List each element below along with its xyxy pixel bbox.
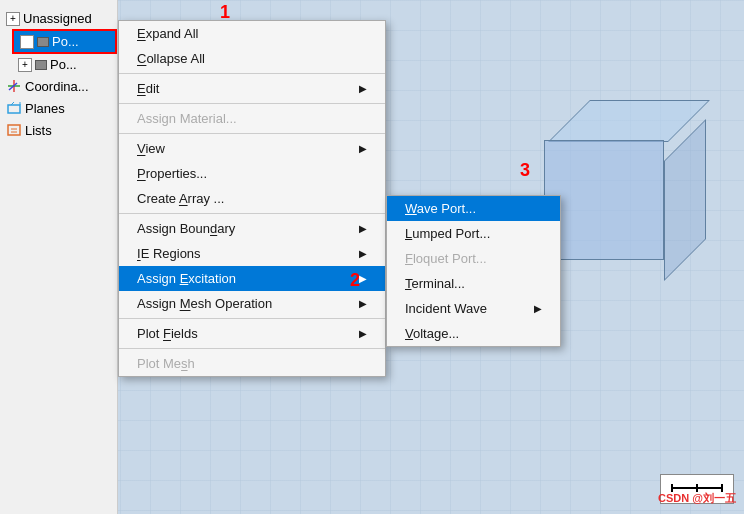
- menu-item-edit[interactable]: Edit ▶: [119, 76, 385, 101]
- sub-menu-item-wave-port[interactable]: Wave Port...: [387, 196, 560, 221]
- submenu-arrow-plot-fields: ▶: [359, 328, 367, 339]
- poly-icon2: [35, 60, 47, 70]
- menu-item-assign-boundary[interactable]: Assign Boundary ▶: [119, 216, 385, 241]
- sub-menu-item-incident-wave[interactable]: Incident Wave ▶: [387, 296, 560, 321]
- menu-label-view: View: [137, 141, 165, 156]
- watermark: CSDN @刘一五: [658, 491, 736, 506]
- svg-rect-6: [8, 125, 20, 135]
- menu-label-ie-regions: IE Regions: [137, 246, 201, 261]
- sub-menu-item-terminal[interactable]: Terminal...: [387, 271, 560, 296]
- menu-item-plot-mesh: Plot Mesh: [119, 351, 385, 376]
- sidebar-label-unassigned: Unassigned: [23, 11, 92, 26]
- menu-label-assign-boundary: Assign Boundary: [137, 221, 235, 236]
- menu-item-assign-mesh[interactable]: Assign Mesh Operation ▶: [119, 291, 385, 316]
- submenu-arrow-view: ▶: [359, 143, 367, 154]
- menu-label-collapse-all: Collapse All: [137, 51, 205, 66]
- menu-item-expand-all[interactable]: Expand All: [119, 21, 385, 46]
- menu-item-plot-fields[interactable]: Plot Fields ▶: [119, 321, 385, 346]
- lists-icon: [6, 122, 22, 138]
- sidebar-item-coordinate[interactable]: Coordina...: [0, 75, 117, 97]
- menu-item-create-array[interactable]: Create Array ...: [119, 186, 385, 211]
- expand-icon-poly1: +: [20, 35, 34, 49]
- sub-context-menu-excitation: Wave Port... Lumped Port... Floquet Port…: [386, 195, 561, 347]
- sub-menu-item-lumped-port[interactable]: Lumped Port...: [387, 221, 560, 246]
- sub-menu-label-voltage: Voltage...: [405, 326, 459, 341]
- sub-menu-item-voltage[interactable]: Voltage...: [387, 321, 560, 346]
- menu-label-create-array: Create Array ...: [137, 191, 224, 206]
- sub-menu-label-incident-wave: Incident Wave: [405, 301, 487, 316]
- sidebar-item-poly2[interactable]: + Po...: [12, 54, 117, 75]
- sidebar: + Unassigned + Po... + Po... Coordina...…: [0, 0, 118, 514]
- separator-5: [119, 318, 385, 319]
- svg-rect-3: [8, 105, 20, 113]
- sub-menu-label-lumped-port: Lumped Port...: [405, 226, 490, 241]
- poly-icon1: [37, 37, 49, 47]
- separator-2: [119, 103, 385, 104]
- planes-icon: [6, 100, 22, 116]
- menu-item-collapse-all[interactable]: Collapse All: [119, 46, 385, 71]
- separator-4: [119, 213, 385, 214]
- menu-item-assign-excitation[interactable]: Assign Excitation ▶: [119, 266, 385, 291]
- sidebar-item-lists[interactable]: Lists: [0, 119, 117, 141]
- menu-label-assign-mesh: Assign Mesh Operation: [137, 296, 272, 311]
- sidebar-label-planes: Planes: [25, 101, 65, 116]
- box-top-face: [548, 100, 710, 142]
- submenu-arrow-incident: ▶: [534, 303, 542, 314]
- expand-icon-poly2: +: [18, 58, 32, 72]
- menu-label-assign-excitation: Assign Excitation: [137, 271, 236, 286]
- sidebar-label-lists: Lists: [25, 123, 52, 138]
- menu-item-assign-material: Assign Material...: [119, 106, 385, 131]
- coordinate-icon: [6, 78, 22, 94]
- sub-menu-label-terminal: Terminal...: [405, 276, 465, 291]
- sidebar-label-poly1: Po...: [52, 34, 79, 49]
- box-right-face: [664, 119, 706, 281]
- sub-menu-label-floquet-port: Floquet Port...: [405, 251, 487, 266]
- expand-icon: +: [6, 12, 20, 26]
- submenu-arrow-edit: ▶: [359, 83, 367, 94]
- box-front-face: [544, 140, 664, 260]
- menu-label-assign-material: Assign Material...: [137, 111, 237, 126]
- sidebar-item-poly1[interactable]: + Po...: [12, 29, 117, 54]
- 3d-box: [544, 80, 704, 260]
- context-menu: Expand All Collapse All Edit ▶ Assign Ma…: [118, 20, 386, 377]
- submenu-arrow-boundary: ▶: [359, 223, 367, 234]
- menu-label-plot-mesh: Plot Mesh: [137, 356, 195, 371]
- menu-item-properties[interactable]: Properties...: [119, 161, 385, 186]
- separator-3: [119, 133, 385, 134]
- separator-6: [119, 348, 385, 349]
- menu-label-plot-fields: Plot Fields: [137, 326, 198, 341]
- sidebar-label-poly2: Po...: [50, 57, 77, 72]
- separator-1: [119, 73, 385, 74]
- sidebar-label-coordinate: Coordina...: [25, 79, 89, 94]
- menu-item-view[interactable]: View ▶: [119, 136, 385, 161]
- menu-item-ie-regions[interactable]: IE Regions ▶: [119, 241, 385, 266]
- submenu-arrow-ie: ▶: [359, 248, 367, 259]
- menu-label-edit: Edit: [137, 81, 159, 96]
- submenu-arrow-mesh: ▶: [359, 298, 367, 309]
- sidebar-item-unassigned[interactable]: + Unassigned: [0, 8, 117, 29]
- menu-label-properties: Properties...: [137, 166, 207, 181]
- sub-menu-item-floquet-port: Floquet Port...: [387, 246, 560, 271]
- submenu-arrow-excitation: ▶: [359, 273, 367, 284]
- sub-menu-label-wave-port: Wave Port...: [405, 201, 476, 216]
- menu-label-expand-all: Expand All: [137, 26, 198, 41]
- sidebar-item-planes[interactable]: Planes: [0, 97, 117, 119]
